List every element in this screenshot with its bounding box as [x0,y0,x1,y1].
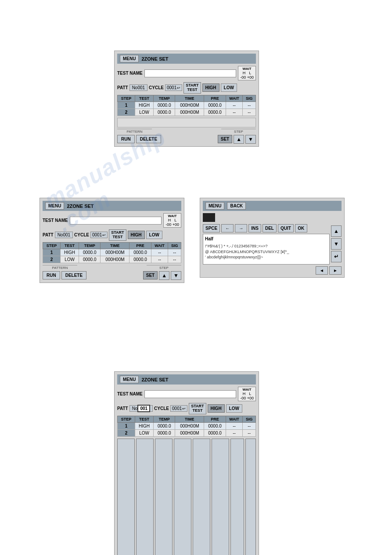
panel2-patt-value[interactable]: No001 [55,232,73,238]
panel2-cycle-label: CYCLE [74,232,89,237]
panel-1-2zone-set: MENU 2ZONE SET TEST NAME WAIT H L -00 +0… [114,51,259,147]
panel2-patt-row: PATT No001 CYCLE 0001 ↩ STARTTEST HIGH L… [43,229,181,241]
panel1-test-name-input[interactable] [144,69,236,77]
panel4-start-test-button[interactable]: STARTTEST [189,403,206,414]
panel2-run-button[interactable]: RUN [43,271,60,279]
kbd-del-button[interactable]: DEL [263,224,277,232]
panel1-arrow-up-button[interactable]: ▲ [234,135,244,144]
kbd-ins-button[interactable]: INS [248,224,261,232]
kbd-arrow-up-button[interactable]: ▲ [331,225,342,237]
panel4-cycle-value[interactable]: 0001 ↩ [170,405,187,412]
numpad-8-button[interactable]: 8 [174,439,191,555]
panel2-test-name-input[interactable] [70,217,162,225]
panel1-header: MENU 2ZONE SET [117,54,256,64]
kbd-next-button[interactable]: ► [329,266,342,275]
panel2-title: 2ZONE SET [67,203,94,209]
kbd-quit-button[interactable]: QUIT [278,224,294,232]
panel-3-keyboard: MENU BACK SPCE ← → INS DEL QUIT OK Half … [200,198,345,278]
numpad-dash-button[interactable]: – [117,439,135,555]
panel4-test-name-input[interactable] [144,390,236,398]
panel1-bottom-bar: RUN DELETE SET ▲ ▼ [117,135,256,144]
kbd-arrow-down-button[interactable]: ▼ [331,238,342,250]
panel4-test-name-label: TEST NAME [117,392,143,396]
panel2-start-test-button[interactable]: STARTTEST [109,229,126,241]
panel1-title: 2ZONE SET [141,56,168,62]
kbd-black-box [203,213,215,222]
panel2-test-name-row: TEST NAME WAIT H L -00 +00 [43,213,181,228]
numpad-6-button[interactable]: 6 [136,439,154,555]
panel4-header: MENU 2ZONE SET [117,374,256,385]
panel4-low-button[interactable]: LOW [226,404,242,413]
col-step: STEP [118,95,135,102]
table-row[interactable]: 2 LOW 0000.0 000H00M 0000.0 -- -- [118,109,256,116]
panel1-set-button[interactable]: SET [218,135,232,143]
numpad-7-button[interactable]: 7 [155,439,173,555]
panel4-cycle-label: CYCLE [154,406,169,411]
kbd-left-arrow-button[interactable]: ← [221,224,234,232]
panel1-low-button[interactable]: LOW [221,83,237,92]
panel3-back-button[interactable]: BACK [227,202,246,210]
panel2-bottom-bar: RUN DELETE SET ▲ ▼ [43,271,181,280]
panel2-divider: PATTERN STEP [43,265,181,270]
panel2-arrow-up-button[interactable]: ▲ [159,271,169,280]
panel1-patt-label: PATT [117,85,128,90]
panel2-set-button[interactable]: SET [143,271,158,279]
panel1-arrow-down-button[interactable]: ▼ [245,135,256,144]
panel2-low-button[interactable]: LOW [146,231,162,239]
kbd-text-area: Half !"#$%&'( ) * +,-./ 0123456789:;<=>?… [203,234,330,265]
table-row[interactable]: 1 HIGH 0000.0 000H00M 0000.0 -- -- [43,249,181,256]
panel1-start-test-button[interactable]: STARTTEST [183,82,201,94]
table-row[interactable]: 1 HIGH 0000.0 000H00M 0000.0 -- -- [118,102,256,109]
panel4-patt-row: PATT No001 CYCLE 0001 ↩ STARTTEST HIGH L… [117,403,256,414]
panel1-wait-box: WAIT H L -00 +00 [238,66,256,80]
panel2-high-button[interactable]: HIGH [128,231,145,239]
panel2-menu-button[interactable]: MENU [45,202,64,210]
kbd-ok-button[interactable]: OK [295,224,307,232]
col-wait: WAIT [226,95,243,102]
numpad-9-button[interactable]: 9 [193,439,210,555]
panel1-run-button[interactable]: RUN [117,135,135,143]
panel-4-numpad: MENU 2ZONE SET TEST NAME WAIT H L -00 +0… [114,371,259,555]
kbd-top-row: SPCE ← → INS DEL QUIT OK [203,224,330,232]
kbd-spce-button[interactable]: SPCE [203,224,220,232]
panel3-header: MENU BACK [203,201,342,211]
table-row[interactable]: 2 LOW 0000.0 000H00M 0000.0 -- -- [43,256,181,263]
panel2-arrow-down-button[interactable]: ▼ [171,271,181,280]
kbd-enter-button[interactable]: ↵ [331,251,342,262]
panel4-high-button[interactable]: HIGH [208,404,225,413]
panel4-patt-value-pre[interactable]: No001 [129,405,153,412]
panel1-delete-button[interactable]: DELETE [136,135,161,143]
panel1-patt-row: PATT No001 CYCLE 0001 ↩ STARTTEST HIGH L… [117,82,256,94]
panel1-divider: PATTERN STEP [117,129,256,134]
panel2-test-name-label: TEST NAME [43,218,68,223]
panel2-cycle-value[interactable]: 0001 ↩ [90,232,108,238]
panel1-cycle-label: CYCLE [149,85,164,90]
col-pre: PRE [204,95,226,102]
kbd-right-arrow-button[interactable]: → [235,224,247,232]
numpad-enter-button[interactable]: ↵ [245,439,256,555]
numpad-backspace-button[interactable]: ← [230,439,244,555]
panel-2-2zone-set: MENU 2ZONE SET TEST NAME WAIT H L -00 +0… [40,198,184,283]
table-row[interactable]: 2 LOW 0000.0 000H00M 0000.0 -- -- [118,429,256,436]
panel1-test-name-label: TEST NAME [117,71,143,76]
panel1-data-table: STEP TEST TEMP TIME PRE WAIT SIG 1 HIGH … [117,95,256,116]
col-temp: TEMP [154,95,175,102]
panel4-patt-label: PATT [117,406,128,411]
panel1-menu-button[interactable]: MENU [120,55,139,62]
panel4-data-table: STEP TEST TEMP TIME PRE WAIT SIG 1 HIGH … [117,416,256,437]
panel4-test-name-row: TEST NAME WAIT H L -00 +00 [117,387,256,401]
panel2-patt-label: PATT [43,232,54,237]
panel2-header: MENU 2ZONE SET [43,201,181,211]
panel4-wait-box: WAIT H L -00 +00 [238,387,256,401]
panel4-title: 2ZONE SET [141,377,168,382]
numpad-dot-button[interactable]: . [212,439,229,555]
panel1-patt-value[interactable]: No001 [129,84,147,91]
table-row[interactable]: 1 HIGH 0000.0 000H00M 0000.0 -- -- [118,422,256,429]
panel4-menu-button[interactable]: MENU [120,376,139,383]
panel3-menu-button[interactable]: MENU [205,202,224,210]
kbd-prev-button[interactable]: ◄ [316,266,328,275]
panel1-high-button[interactable]: HIGH [202,83,219,92]
panel2-delete-button[interactable]: DELETE [61,271,86,279]
kbd-bottom-buttons: ◄ ► [203,266,342,275]
panel1-cycle-value[interactable]: 0001 ↩ [165,84,182,91]
